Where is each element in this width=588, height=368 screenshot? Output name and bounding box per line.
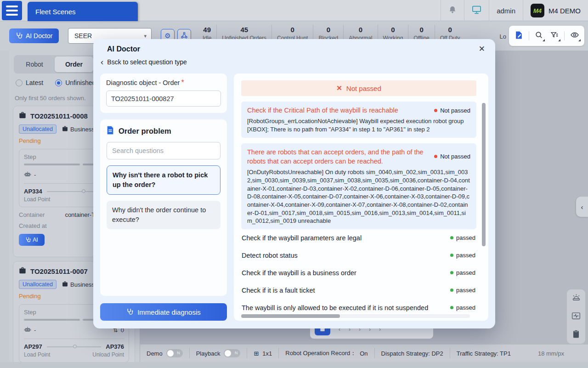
grid-layout-control[interactable]: ⊞ 1x1 — [247, 348, 279, 358]
demo-label: Demo — [147, 350, 163, 357]
from-point: AP334 — [24, 188, 42, 195]
edit-button[interactable] — [513, 30, 525, 42]
topbar-right-cluster: admin M4 M4 DEMO — [441, 0, 588, 21]
document-icon — [107, 126, 114, 136]
grid-icon: ⊞ — [254, 350, 259, 357]
robot-operation-record: Robot Operation Record： On — [279, 348, 374, 358]
top-bar: Fleet Scenes admin M4 M4 DEMO — [0, 0, 588, 21]
order-type-tag: Business — [62, 281, 95, 288]
progress-segment — [24, 164, 80, 165]
check-title: Detect robot status — [242, 252, 298, 259]
radio-unfinished[interactable]: Unfinished — [55, 79, 96, 86]
status-dot-icon — [450, 289, 453, 292]
check-status: passed — [450, 304, 475, 311]
playback-label: Playback — [196, 350, 220, 357]
progress-segment — [24, 319, 80, 321]
immediate-diagnosis-button[interactable]: Immediate diagnosis — [100, 303, 227, 321]
demo-toggle[interactable]: N — [166, 349, 183, 357]
check-status: Not passed — [434, 153, 470, 160]
diagnostic-object-card: Diagnostic object - Order* — [100, 74, 227, 113]
user-menu[interactable]: admin — [489, 0, 523, 21]
filter-icon — [550, 31, 559, 41]
route-slider — [47, 346, 102, 347]
brand-name: M4 DEMO — [548, 7, 581, 15]
monitor-icon — [472, 6, 481, 16]
x-mark-icon: ✕ — [336, 84, 342, 92]
alarm-icon — [571, 293, 581, 304]
tab-order[interactable]: Order — [55, 57, 93, 72]
failed-check-item: Check if the Critical Path of the waybil… — [241, 102, 476, 138]
container-value: container-T — [65, 211, 95, 218]
passed-check-item: Detect robot status passed — [241, 247, 476, 264]
passed-check-item: Check if the waybill parameters are lega… — [241, 229, 476, 247]
map-select-value: SEER — [74, 32, 92, 40]
assigned-robot: - — [34, 327, 36, 334]
question-item-selected[interactable]: Why isn't there a robot to pick up the o… — [107, 165, 220, 195]
close-icon[interactable]: ✕ — [479, 44, 485, 54]
dispatch-strategy: Dispatch Strategy: DP2 — [375, 348, 450, 358]
search-button[interactable] — [533, 30, 545, 42]
diagnostic-object-label: Diagnostic object - Order — [106, 79, 180, 86]
monitor-button[interactable] — [464, 0, 489, 21]
monitor-chart-button[interactable] — [570, 311, 582, 323]
back-button[interactable]: ‹ Bsck to select question type — [101, 58, 187, 66]
brand-area: M4 M4 DEMO — [523, 0, 588, 21]
result-banner-label: Not passed — [346, 85, 381, 92]
check-title: Check if the waybill parameters are lega… — [242, 234, 362, 242]
briefcase-icon — [62, 126, 68, 133]
robot-icon — [24, 326, 31, 334]
ai-doctor-button[interactable]: AI Doctor — [9, 28, 59, 43]
right-panel-collapse-handle[interactable]: ‹ — [576, 197, 588, 217]
modal-title: AI Doctor — [107, 45, 140, 53]
check-status: Not passed — [434, 107, 470, 114]
diagnostic-object-input[interactable] — [106, 91, 221, 107]
to-point: AP376 — [106, 343, 124, 350]
hamburger-menu-icon[interactable] — [2, 1, 22, 20]
radio-circle-icon — [55, 79, 62, 86]
container-label: Container — [19, 211, 45, 218]
bell-icon — [448, 6, 457, 16]
eye-icon — [570, 30, 579, 41]
check-title: There are robots that can accept orders,… — [247, 147, 430, 166]
modal-left-column: Diagnostic object - Order* Order problem… — [100, 74, 227, 321]
task-list-button[interactable] — [570, 329, 582, 341]
notifications-button[interactable] — [441, 0, 464, 21]
horizontal-scrollbar[interactable] — [241, 314, 470, 318]
back-label: Bsck to select question type — [107, 58, 187, 66]
briefcase-icon — [62, 281, 68, 288]
map-scale: 18 mm/px — [538, 350, 588, 357]
search-questions-input[interactable] — [107, 142, 220, 159]
order-id: TO20251011-0008 — [30, 112, 88, 120]
radio-latest[interactable]: Latest — [16, 79, 43, 86]
to-point-label: Unload Point — [92, 351, 124, 358]
passed-check-item: Check if the waybill is a business order… — [241, 264, 476, 282]
order-ai-diagnose-button[interactable]: AI — [19, 234, 45, 246]
search-icon — [535, 31, 543, 41]
status-dot-icon — [450, 236, 453, 239]
grid-value: 1x1 — [262, 350, 272, 357]
traffic-strategy: Traffic Strategy: TP1 — [450, 348, 517, 358]
order-id: TO20251011-0007 — [30, 267, 88, 275]
toolbar-side-text: Lo — [500, 33, 506, 40]
tab-fleet-scenes[interactable]: Fleet Scenes — [28, 2, 138, 21]
robot-icon — [24, 171, 31, 179]
visibility-button[interactable] — [569, 30, 581, 42]
failed-check-item: There are robots that can accept orders,… — [241, 143, 476, 229]
check-status: passed — [450, 252, 475, 259]
tab-robot[interactable]: Robot — [15, 57, 54, 72]
vertical-scrollbar[interactable] — [482, 103, 486, 246]
chevron-left-icon: ‹ — [581, 203, 583, 211]
assigned-robot: - — [34, 171, 36, 178]
demo-toggle-group: Demo N — [140, 348, 190, 358]
filter-button[interactable] — [548, 30, 560, 42]
playback-toggle[interactable]: N — [224, 349, 240, 357]
question-item[interactable]: Why didn't the order continue to execute… — [107, 201, 220, 229]
status-dot-icon — [450, 306, 453, 309]
horizontal-scrollbar-thumb[interactable] — [241, 314, 340, 318]
chevron-down-icon: ▾ — [144, 33, 147, 39]
check-status: passed — [450, 234, 475, 241]
divider — [529, 31, 529, 40]
result-banner: ✕ Not passed — [241, 80, 476, 96]
record-value: On — [360, 350, 368, 357]
alarm-button[interactable] — [570, 292, 582, 304]
